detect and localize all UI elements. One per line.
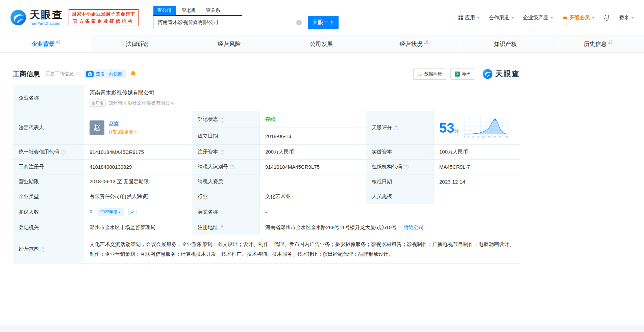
tab-label: 法律诉讼 [126, 40, 149, 48]
reg-status-cell: 存续 [260, 111, 366, 128]
annual-report-link[interactable]: 2022年报 [98, 208, 124, 216]
credit-agency-badge: 国家中小企业发展子基金旗下 官方备案企业征信机构 [69, 9, 139, 26]
badge-line2: 官方备案企业征信机构 [72, 18, 135, 24]
chevron-down-icon [550, 17, 553, 20]
tab-legal-proceedings[interactable]: 法律诉讼 [92, 35, 184, 52]
credit-code-cell: 91410184MA45CR9L75 [84, 145, 192, 160]
field-label-company-type: 企业类型 [13, 189, 84, 204]
tab-label: 企业背景 [31, 40, 54, 48]
tab-company-development[interactable]: 公司发展 [276, 35, 368, 52]
table-row: 企业名称 河南青木影视传媒有限公司 曾用名 郑州青木影社文化传媒有限公司 [13, 85, 520, 111]
help-icon[interactable] [404, 165, 408, 169]
business-info-table: 企业名称 河南青木影视传媒有限公司 曾用名 郑州青木影社文化传媒有限公司 法定代… [13, 85, 520, 264]
help-icon[interactable] [41, 247, 45, 252]
insured-count: 0 [90, 209, 92, 214]
tab-count: 16 [424, 40, 428, 45]
label-text: 企业类型 [19, 193, 39, 199]
menu-enterprise-label: 企业级产品 [523, 15, 548, 21]
data-correction-button[interactable]: 数据纠错 [413, 68, 446, 80]
company-type-cell: 有限责任公司(自然人独资) [84, 189, 192, 204]
help-icon[interactable] [394, 126, 398, 130]
label-text: 人员规模 [372, 193, 392, 199]
search-tab-boss[interactable]: 查老板 [178, 6, 200, 15]
table-row: 统一社会信用代码 91410184MA45CR9L75 注册资本 200万人民币… [13, 145, 520, 160]
label-text: 注册资本 [198, 149, 218, 155]
chevron-right-icon [75, 73, 78, 75]
menu-apps[interactable]: 应用 [459, 15, 480, 21]
field-label-org-code: 组织机构代码 [366, 160, 434, 174]
legal-rep-name-link[interactable]: 赵鑫 [109, 120, 119, 126]
score-number: 53 [439, 120, 454, 135]
snapshot-button[interactable]: 查看工商快照 [84, 70, 126, 78]
menu-enterprise[interactable]: 企业级产品 [523, 15, 553, 21]
field-label-reg-capital: 注册资本 [192, 145, 260, 160]
nearby-companies-link[interactable]: 附近公司 [403, 224, 424, 230]
tab-history-info[interactable]: 历史信息 13 [552, 35, 644, 52]
label-text: 纳税人识别号 [198, 164, 228, 169]
field-label-establish-date: 成立日期 [192, 128, 260, 145]
label-text: 统一社会信用代码 [19, 149, 59, 155]
business-scope-cell: 文化艺术交流活动策划，会议会展服务，企业形象策划；图文设计；设计、制作、代理、发… [84, 235, 520, 264]
tab-operational-risk[interactable]: 经营风险 [184, 35, 276, 52]
field-label-company-name: 企业名称 [13, 85, 84, 111]
score-value: 53分 [439, 121, 459, 135]
history-link-label: 历史工商信息 [45, 71, 74, 77]
label-text: 行业 [198, 193, 208, 199]
field-label-credit-code: 统一社会信用代码 [13, 145, 84, 160]
score-curve-chart [464, 117, 509, 136]
help-icon[interactable] [220, 150, 224, 155]
search-button[interactable]: 天眼一下 [308, 16, 339, 29]
legal-rep-cell: 赵 赵鑫 任职3家企业 [84, 111, 192, 145]
tab-company-background[interactable]: 企业背景 43 [0, 35, 92, 52]
history-business-info-link[interactable]: 历史工商信息 [45, 71, 77, 77]
search-tab-relation[interactable]: 查关系 [202, 6, 224, 15]
legal-rep-companies-link[interactable]: 任职3家企业 [109, 129, 136, 135]
tab-count: 43 [56, 40, 60, 45]
arrow-right-icon [119, 211, 121, 213]
tab-intellectual-property[interactable]: 知识产权 [460, 35, 552, 52]
avatar[interactable]: 赵 [90, 120, 104, 135]
help-icon[interactable] [220, 225, 224, 230]
former-name-tag: 曾用名 [90, 100, 106, 107]
menu-user[interactable]: 费米 [619, 15, 634, 21]
chevron-down-icon [592, 17, 595, 20]
english-name-cell: - [260, 204, 520, 220]
clear-search-icon[interactable] [296, 20, 302, 25]
tab-label: 历史信息 [584, 40, 607, 48]
label-text: 营业期限 [19, 178, 39, 184]
menu-partner[interactable]: 合作渠道 [489, 15, 514, 21]
help-icon[interactable] [230, 165, 234, 169]
tax-qualification-cell: - [260, 174, 366, 189]
logo-subtext: TianYanCha.com [30, 21, 63, 25]
menu-vip[interactable]: 开通会员 [562, 15, 595, 21]
score-unit: 分 [454, 128, 459, 134]
table-row: 经营范围 文化艺术交流活动策划，会议会展服务，企业形象策划；图文设计；设计、制作… [13, 235, 520, 264]
search-tab-company[interactable]: 查公司 [153, 6, 176, 15]
trend-chart-icon[interactable] [128, 209, 137, 215]
chevron-right-icon [134, 131, 137, 133]
company-name: 河南青木影视传媒有限公司 [90, 89, 514, 96]
search-input[interactable] [154, 16, 305, 29]
business-scope-text: 文化艺术交流活动策划，会议会展服务，企业形象策划；图文设计；设计、制作、代理、发… [90, 239, 514, 259]
section-title: 工商信息 [13, 70, 40, 79]
header-menu: 应用 合作渠道 企业级产品 开通会员 费米 [459, 14, 634, 21]
tab-operating-status[interactable]: 经营状况 16 [368, 35, 460, 52]
help-icon[interactable] [220, 117, 224, 122]
main-content: 工商信息 历史工商信息 查看工商快照 [13, 68, 520, 264]
help-icon[interactable] [61, 150, 66, 155]
tab-label: 经营状况 [400, 40, 423, 48]
reg-no-cell: 410184000139829 [84, 160, 192, 174]
score-cell: 53分 [434, 111, 520, 145]
notification-bell-icon[interactable] [604, 14, 610, 21]
data-correction-label: 数据纠错 [424, 71, 442, 77]
business-term-cell: 2018-06-13 至 无固定期限 [84, 174, 192, 189]
export-button[interactable]: 导出 [450, 68, 475, 80]
insured-cell: 0 2022年报 [84, 204, 192, 220]
annual-report-label: 2022年报 [100, 209, 118, 215]
apps-grid-icon [459, 16, 463, 20]
monitor-bell-icon[interactable] [130, 71, 136, 77]
tianyancha-logo[interactable]: 天眼查 TianYanCha.com [10, 9, 63, 26]
label-text: 天眼评分 [372, 124, 392, 130]
section-header: 工商信息 历史工商信息 查看工商快照 [13, 68, 520, 80]
table-row: 登记机关 郑州市金水区市场监督管理局 注册地址 河南省郑州市金水区金水路288号… [13, 220, 520, 235]
